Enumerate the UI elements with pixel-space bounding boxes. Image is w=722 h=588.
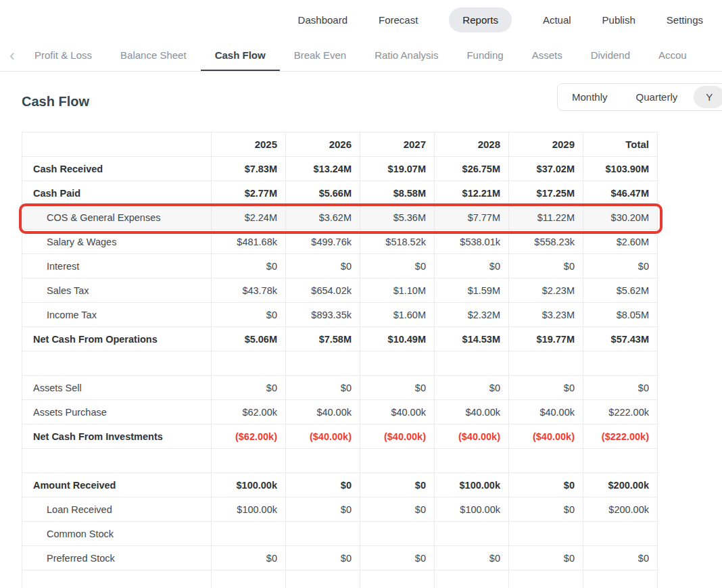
row-value: $0 — [509, 497, 583, 522]
row-value — [360, 449, 435, 473]
column-header — [22, 132, 212, 157]
row-value: $40.00k — [286, 400, 360, 424]
row-value: $2.32M — [435, 303, 509, 327]
row-value: $0 — [360, 376, 435, 400]
row-value: $0 — [286, 254, 360, 278]
tab-break-even[interactable]: Break Even — [280, 39, 361, 72]
row-value: $100.00k — [435, 497, 509, 522]
tab-assets[interactable]: Assets — [518, 39, 577, 72]
table-row: Net Cash From Investments($62.00k)($40.0… — [22, 424, 658, 449]
row-value: $0 — [583, 254, 658, 278]
table-row: Income Tax$0$893.35k$1.60M$2.32M$3.23M$8… — [22, 303, 658, 327]
tab-funding[interactable]: Funding — [452, 39, 517, 72]
table-row — [22, 351, 658, 376]
row-value: $43.78k — [212, 278, 286, 303]
row-value: $5.66M — [286, 181, 360, 205]
row-value: $0 — [212, 546, 286, 570]
row-value — [509, 449, 583, 473]
row-value — [212, 522, 286, 546]
column-header: 2029 — [509, 132, 583, 157]
row-value: $13.24M — [286, 157, 360, 181]
row-value: $3.23M — [509, 303, 583, 327]
row-value: $17.25M — [509, 181, 583, 205]
row-label: Cash Paid — [22, 181, 212, 205]
row-label: Common Stock — [22, 522, 212, 546]
row-value: ($40.00k) — [509, 424, 583, 449]
row-value — [212, 570, 286, 588]
table-row: Cash Paid$2.77M$5.66M$8.58M$12.21M$17.25… — [22, 181, 658, 205]
tab-ratio-analysis[interactable]: Ratio Analysis — [360, 39, 452, 72]
top-nav-item-dashboard[interactable]: Dashboard — [298, 14, 347, 26]
row-value — [286, 449, 360, 473]
row-value: $5.36M — [360, 205, 435, 230]
top-nav-item-forecast[interactable]: Forecast — [379, 14, 418, 26]
top-nav-item-publish[interactable]: Publish — [602, 14, 635, 26]
cashflow-table: 20252026202720282029Total Cash Received$… — [22, 132, 658, 588]
row-value: $0 — [435, 546, 509, 570]
row-value: $518.52k — [360, 230, 435, 254]
row-label — [22, 351, 212, 376]
cashflow-table-wrap: 20252026202720282029Total Cash Received$… — [22, 132, 657, 588]
row-value: $11.22M — [509, 205, 583, 230]
tab-profit-loss[interactable]: Profit & Loss — [20, 39, 106, 72]
row-value: $26.75M — [435, 157, 509, 181]
toggle-option-monthly[interactable]: Monthly — [560, 86, 620, 108]
top-nav-item-actual[interactable]: Actual — [543, 14, 571, 26]
row-value: $0 — [212, 376, 286, 400]
tab-cash-flow[interactable]: Cash Flow — [201, 39, 280, 72]
row-label: Salary & Wages — [22, 230, 212, 254]
row-label: Loan Received — [22, 497, 212, 522]
table-row: Salary & Wages$481.68k$499.76k$518.52k$5… — [22, 230, 658, 254]
row-value — [583, 522, 658, 546]
row-label: Amount Received — [22, 473, 212, 497]
table-row: Cash Received$7.83M$13.24M$19.07M$26.75M… — [22, 157, 658, 181]
row-value: $1.60M — [360, 303, 435, 327]
row-label: Cash Received — [22, 157, 212, 181]
row-value: $0 — [435, 376, 509, 400]
row-value: $7.77M — [435, 205, 509, 230]
row-value: ($40.00k) — [435, 424, 509, 449]
column-header: 2027 — [360, 132, 435, 157]
tab-dividend[interactable]: Dividend — [577, 39, 644, 72]
row-value: $0 — [509, 254, 583, 278]
table-row: COS & General Expenses$2.24M$3.62M$5.36M… — [22, 205, 658, 230]
row-value: $37.02M — [509, 157, 583, 181]
row-value — [435, 351, 509, 376]
row-value — [509, 351, 583, 376]
row-value — [286, 522, 360, 546]
row-value: $103.90M — [583, 157, 658, 181]
row-value: ($40.00k) — [360, 424, 435, 449]
table-row: Common Stock — [22, 522, 658, 546]
table-body: Cash Received$7.83M$13.24M$19.07M$26.75M… — [22, 157, 658, 588]
row-value: $200.00k — [583, 473, 658, 497]
row-value — [435, 522, 509, 546]
row-value: $0 — [286, 376, 360, 400]
row-label: Net Cash From Investments — [22, 424, 212, 449]
row-value: $1.10M — [360, 278, 435, 303]
tab-accou[interactable]: Accou — [644, 39, 701, 72]
table-row: Assets Sell$0$0$0$0$0$0 — [22, 376, 658, 400]
report-tabs-container: Profit & LossBalance SheetCash FlowBreak… — [20, 39, 701, 72]
row-value: $7.58M — [286, 327, 360, 351]
row-value: $2.23M — [509, 278, 583, 303]
row-value: $538.01k — [435, 230, 509, 254]
table-header: 20252026202720282029Total — [22, 132, 658, 157]
top-nav-item-settings[interactable]: Settings — [667, 14, 703, 26]
table-row: Preferred Stock$0$0$0$0$0$0 — [22, 546, 658, 570]
row-value: $0 — [212, 303, 286, 327]
chevron-left-icon[interactable]: ‹ — [4, 47, 20, 64]
row-label: Preferred Stock — [22, 546, 212, 570]
top-nav-item-reports[interactable]: Reports — [449, 7, 512, 32]
toggle-option-yearly[interactable]: Y — [694, 86, 722, 108]
row-value: $0 — [212, 254, 286, 278]
row-value: $100.00k — [435, 473, 509, 497]
row-value: $5.62M — [583, 278, 658, 303]
row-value — [286, 351, 360, 376]
row-value: $57.43M — [583, 327, 658, 351]
table-row: Assets Purchase$62.00k$40.00k$40.00k$40.… — [22, 400, 658, 424]
row-value: $7.83M — [212, 157, 286, 181]
row-value: $12.21M — [435, 181, 509, 205]
toggle-option-quarterly[interactable]: Quarterly — [624, 86, 690, 108]
row-value: $0 — [360, 473, 435, 497]
tab-balance-sheet[interactable]: Balance Sheet — [106, 39, 201, 72]
